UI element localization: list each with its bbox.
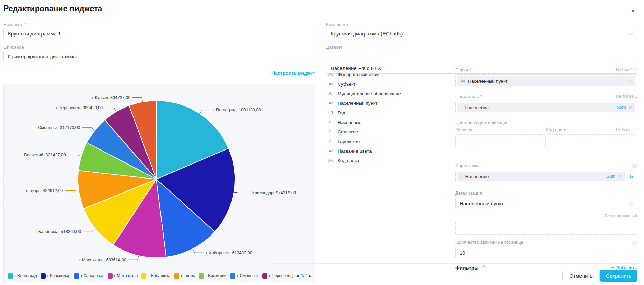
name-label: Название * <box>3 22 26 27</box>
series-dropzone[interactable]: Аа Населенный пункт ✕ <box>455 74 637 87</box>
pie-label-line <box>193 249 204 253</box>
pie-label-line <box>82 128 95 130</box>
dataset-label: Датасет <box>326 45 342 50</box>
remove-icon[interactable]: ✕ <box>629 79 632 83</box>
series-limit: Не более 1 <box>616 67 637 72</box>
drilldown-label: Детализация <box>455 190 637 196</box>
aggregation-badge[interactable]: Sum <box>606 174 615 179</box>
sorting-chip[interactable]: # Население Sum ✕ <box>457 172 625 181</box>
field-label: Субъект <box>338 82 355 87</box>
description-input[interactable] <box>3 51 315 62</box>
dataset-field[interactable]: АаСубъект <box>328 79 445 89</box>
string-field-icon: Аа <box>328 91 335 96</box>
dataset-field[interactable]: АаНазвание цвета <box>328 146 445 156</box>
legend-swatch <box>141 273 146 279</box>
measure-chip[interactable]: # Население Sum ✕ <box>457 103 635 112</box>
field-label: Население <box>338 120 361 125</box>
pie-slice-label: г Хабаровск: 613480,00 <box>206 251 252 255</box>
pie-label-line <box>128 256 139 260</box>
field-label: Федеральный округ <box>338 72 380 77</box>
string-field-icon: Аа <box>328 158 335 162</box>
legend-item[interactable]: г Череповец <box>262 273 293 279</box>
measure-chip-label: Население <box>465 105 489 110</box>
pie-chart: г Волгоград: 1001183,00г Краснодар: 9743… <box>4 84 316 271</box>
legend-item[interactable]: г Краснодар <box>41 273 70 279</box>
help-icon[interactable]: ? <box>481 265 486 270</box>
legend-pager: ◀ 1/2 ▶ <box>296 273 311 278</box>
aggregation-badge[interactable]: Sum <box>617 105 626 110</box>
sort-order-icon[interactable] <box>629 174 634 179</box>
legend-label: г Волгоград <box>15 273 37 278</box>
legend-item[interactable]: г Хабаровск <box>74 273 104 279</box>
pie-slice-label: г Смоленск: 317170,00 <box>35 125 80 130</box>
dataset-field[interactable]: Год <box>328 108 445 117</box>
help-icon[interactable]: ? <box>632 163 637 168</box>
pie-slice-label: г Махачкала: 603614,00 <box>79 258 126 262</box>
drilldown-value: Населенный пункт <box>460 201 504 206</box>
remove-icon[interactable]: ✕ <box>618 174 621 179</box>
legend-next-icon[interactable]: ▶ <box>309 274 311 278</box>
component-select[interactable]: Круговая диаграмма (ECharts) <box>326 28 637 39</box>
legend-swatch <box>8 273 13 279</box>
number-field-icon: # <box>328 120 335 124</box>
close-icon[interactable]: ✕ <box>631 8 635 13</box>
save-button[interactable]: Сохранить <box>600 270 637 282</box>
pie-slice-label: г Тверь: 424912,00 <box>26 188 63 193</box>
dataset-field[interactable]: АаКод цвета <box>328 156 445 165</box>
legend-item[interactable]: г Волгоград <box>8 273 37 279</box>
dataset-field[interactable]: АаНаселенный пункт <box>328 98 445 108</box>
legend-label: г Махачкала <box>114 273 138 278</box>
legend-item[interactable]: г Тверь <box>174 273 195 279</box>
cancel-button[interactable]: Отменить <box>562 270 600 282</box>
legend-item[interactable]: г Смоленск <box>230 273 258 279</box>
help-icon[interactable]: ? <box>632 240 637 245</box>
legend-page-indicator: 1/2 <box>301 273 307 278</box>
dataset-field[interactable]: #Сельское <box>328 127 445 137</box>
legend-prev-icon[interactable]: ◀ <box>296 274 299 278</box>
component-value: Круговая диаграмма (ECharts) <box>331 31 403 37</box>
string-field-icon: Аа <box>328 149 335 153</box>
legend-item[interactable]: г Махачкала <box>108 273 138 279</box>
configure-widget-link[interactable]: Настроить виджет <box>3 70 315 76</box>
color-column-dropzone[interactable] <box>455 134 546 149</box>
dataset-field[interactable]: #Городское <box>328 137 445 146</box>
dataset-field[interactable]: #Население <box>328 117 445 127</box>
color-id-label: Цветовая идентификация <box>455 120 637 125</box>
remove-icon[interactable]: ✕ <box>629 105 632 110</box>
chevron-down-icon <box>629 203 633 205</box>
sorting-chip-label: Население <box>465 174 489 179</box>
description-label: Описание <box>3 45 24 50</box>
legend-label: г Тверь <box>181 273 195 278</box>
dataset-field[interactable]: АаМуниципальное образование <box>328 89 445 98</box>
legend-label: г Смоленск <box>237 273 258 278</box>
limit-dropzone[interactable] <box>455 220 637 235</box>
pie-label-line <box>234 192 248 193</box>
sorting-dropzone[interactable]: # Население Sum ✕ <box>455 170 637 183</box>
chart-legend: г Волгоградг Краснодарг Хабаровскг Махач… <box>8 272 311 279</box>
color-column-label: Колонка <box>455 127 546 132</box>
pie-slice-label: г Волжский: 321427,00 <box>21 153 66 157</box>
pie-slice-label: г Череповец: 309429,00 <box>56 105 103 110</box>
legend-item[interactable]: г Волжский <box>199 273 227 279</box>
legend-label: г Балашиха <box>148 273 170 278</box>
legend-item[interactable]: г Балашиха <box>141 273 170 279</box>
dataset-field[interactable]: АаФедеральный округ <box>328 70 445 79</box>
legend-swatch <box>262 273 267 279</box>
pie-chart-panel: г Волгоград: 1001183,00г Краснодар: 9743… <box>3 84 315 282</box>
legend-swatch <box>230 273 235 279</box>
legend-swatch <box>174 273 179 279</box>
name-input[interactable] <box>3 28 315 39</box>
legend-label: г Волжский <box>206 273 227 278</box>
pie-label-line <box>68 155 81 156</box>
chevron-down-icon <box>629 33 633 35</box>
measure-label: Показатель * <box>455 94 482 99</box>
sorting-label: Сортировка <box>455 163 479 168</box>
drilldown-select[interactable]: Населенный пункт <box>455 198 637 209</box>
measure-dropzone[interactable]: # Население Sum ✕ <box>455 101 637 114</box>
page-size-input[interactable] <box>455 247 637 258</box>
pie-label-line <box>200 110 212 114</box>
color-code-dropzone[interactable] <box>547 134 638 149</box>
field-type-icon: # <box>460 174 462 179</box>
series-chip[interactable]: Аа Населенный пункт ✕ <box>457 76 635 86</box>
number-field-icon: # <box>328 139 335 143</box>
